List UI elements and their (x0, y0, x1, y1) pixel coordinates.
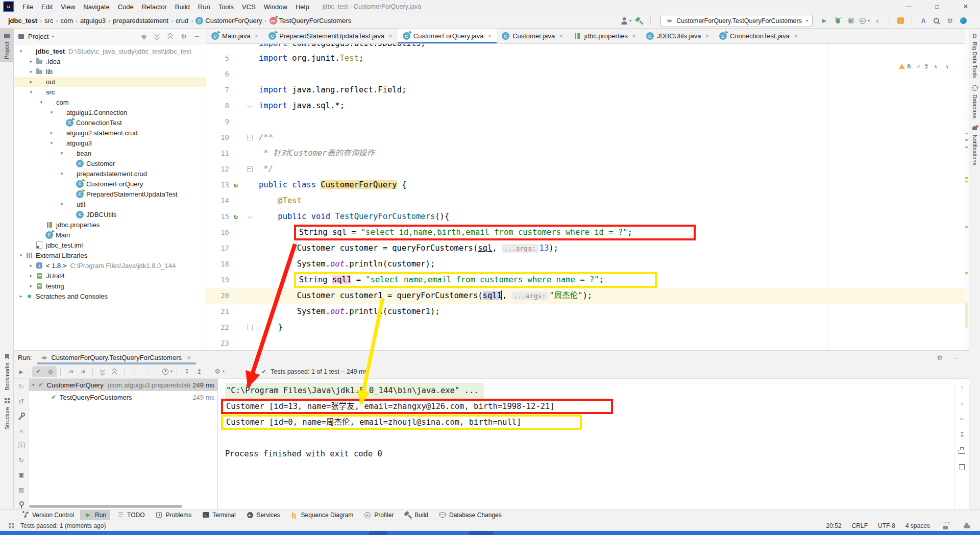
toolwindow-button-sequence-diagram[interactable]: Sequence Diagram (286, 510, 358, 520)
collapse-all-button[interactable] (109, 366, 121, 377)
tab-connectiontest-java[interactable]: ConnectionTest.java× (714, 29, 803, 43)
debug-button[interactable] (832, 15, 843, 27)
horizontal-scrollbar[interactable] (29, 505, 182, 508)
close-icon[interactable]: × (632, 32, 636, 40)
import-results-button[interactable] (181, 366, 193, 377)
tree-item-jdbcutils[interactable]: JDBCUtils (14, 209, 206, 220)
run-tab[interactable]: CustomerForQuery.TestQueryForCustomers (37, 351, 196, 364)
show-ignored-button[interactable] (44, 366, 57, 377)
tree-item-atguigu2-statement-crud[interactable]: ▸atguigu2.statement.crud (14, 128, 206, 138)
chevron-down-icon[interactable]: ▾ (32, 382, 35, 387)
chevron-right-icon[interactable]: ▸ (27, 69, 35, 74)
menu-help[interactable]: Help (291, 3, 313, 11)
chevron-down-icon[interactable]: ▾ (27, 89, 35, 94)
menu-run[interactable]: Run (194, 3, 214, 11)
sort-alpha-button[interactable] (64, 366, 77, 377)
stripe-mark[interactable] (965, 139, 968, 141)
indent-size[interactable]: 4 spaces (905, 522, 930, 529)
tree-item--idea[interactable]: ▸.idea (14, 56, 206, 66)
tab-customer-java[interactable]: Customer.java× (497, 29, 568, 43)
tree-item-out[interactable]: ▸out (14, 77, 206, 87)
history-clock-button[interactable]: ▾ (161, 366, 173, 377)
unlocked-button[interactable] (940, 520, 951, 531)
up-button[interactable] (957, 382, 968, 393)
chevron-down-icon[interactable]: ▾ (52, 34, 54, 39)
run-button[interactable] (16, 367, 27, 378)
breadcrumb-item[interactable]: crud (176, 17, 188, 25)
profiler-button[interactable]: ▾ (859, 15, 870, 27)
encoding[interactable]: UTF-8 (878, 522, 895, 529)
toolwindow-button-profiler[interactable]: Profiler (359, 510, 398, 520)
tab-customerforquery-java[interactable]: CustomerForQuery.java× (398, 29, 497, 43)
breadcrumb-item[interactable]: com (60, 17, 73, 25)
run-button[interactable] (819, 15, 830, 27)
menu-tools[interactable]: Tools (214, 3, 238, 11)
rerun-failed-button[interactable] (16, 381, 27, 393)
chevron-right-icon[interactable]: ▸ (27, 79, 35, 84)
tree-item-jdbc-test-iml[interactable]: jdbc_test.iml (14, 240, 206, 250)
user-button[interactable]: ▾ (620, 15, 631, 27)
sidebar-item-bookmarks[interactable]: Bookmarks (0, 349, 14, 394)
next-problem-icon[interactable] (943, 62, 951, 70)
menu-build[interactable]: Build (171, 3, 194, 11)
stop-button[interactable] (16, 425, 27, 436)
breadcrumb-item[interactable]: CustomerForQuery (195, 17, 262, 25)
stripe-mark[interactable] (965, 177, 968, 179)
test-tree-row[interactable]: TestQueryForCustomers249 ms (29, 391, 217, 403)
plugin-ball-button[interactable] (958, 15, 969, 27)
auto-test-button[interactable] (16, 396, 27, 407)
close-w-button[interactable] (951, 0, 980, 13)
breadcrumb-item[interactable]: preparedstatement (113, 17, 168, 25)
settings-button[interactable] (944, 15, 955, 27)
breadcrumb-item[interactable]: atguigu3 (80, 17, 106, 25)
settings-button[interactable]: ▾ (213, 366, 225, 377)
attach-button[interactable] (16, 470, 27, 481)
tree-item-com[interactable]: ▾com (14, 97, 206, 107)
search-button[interactable] (931, 15, 942, 27)
menu-refactor[interactable]: Refactor (138, 3, 171, 11)
tree-item-preparedstatementupdatatest[interactable]: PreparedStatementUpdataTest (14, 189, 206, 199)
sidebar-item-big-data-tools[interactable]: Big Data Tools (969, 29, 980, 81)
chevron-down-icon[interactable]: ▾ (58, 202, 66, 207)
run-console[interactable]: "C:\Program Files\Java\jdk1.8.0_144\bin\… (218, 379, 954, 510)
chevron-right-icon[interactable]: ▸ (27, 273, 35, 278)
stripe-mark[interactable] (965, 133, 968, 134)
chevron-down-icon[interactable]: ▾ (17, 253, 25, 258)
prev-problem-icon[interactable] (932, 62, 940, 70)
tree-item-lib[interactable]: ▸lib (14, 66, 206, 77)
chevron-right-icon[interactable]: ▸ (27, 283, 35, 288)
tree-item-external-libraries[interactable]: ▾External Libraries (14, 250, 206, 260)
toolwindow-button-run[interactable]: Run (80, 510, 110, 520)
close-icon[interactable]: × (488, 32, 492, 40)
hide-button[interactable] (950, 352, 962, 363)
chevron-down-icon[interactable]: ▾ (58, 171, 66, 176)
clock[interactable]: 20:52 (826, 522, 842, 529)
menu-vcs[interactable]: VCS (238, 3, 260, 11)
toolwindow-button-terminal[interactable]: Terminal (198, 510, 239, 520)
stop-button[interactable] (872, 15, 883, 27)
wrench-button[interactable] (16, 410, 27, 422)
camera-button[interactable] (16, 440, 27, 451)
stripe-mark[interactable] (965, 272, 968, 274)
toolwindow-button-version-control[interactable]: Version Control (17, 510, 78, 520)
close-icon[interactable] (185, 354, 193, 362)
tree-item-customerforquery[interactable]: CustomerForQuery (14, 179, 206, 189)
tree-item-atguigu3[interactable]: ▾atguigu3 (14, 138, 206, 148)
export-results-button[interactable] (193, 366, 205, 377)
stripe-mark[interactable] (965, 181, 968, 182)
menu-window[interactable]: Window (260, 3, 291, 11)
expand-all-button[interactable] (152, 31, 163, 42)
tree-item-customer[interactable]: Customer (14, 158, 206, 168)
toolwindow-switcher-icon[interactable] (7, 522, 15, 530)
tree-item-testng[interactable]: ▸testng (14, 281, 206, 291)
error-stripe[interactable] (965, 29, 969, 350)
tree-item-src[interactable]: ▾src (14, 87, 206, 97)
rerun-test-icon[interactable] (232, 181, 240, 189)
stripe-mark[interactable] (965, 226, 968, 228)
test-tree-row[interactable]: ▾CustomerForQuery(com.atguigu3.prepareds… (29, 379, 217, 391)
settings-button[interactable] (934, 352, 945, 363)
fold-marker[interactable] (247, 325, 253, 330)
tab-main-java[interactable]: Main.java× (206, 29, 263, 43)
menu-view[interactable]: View (57, 3, 79, 11)
down-button[interactable] (957, 398, 968, 409)
